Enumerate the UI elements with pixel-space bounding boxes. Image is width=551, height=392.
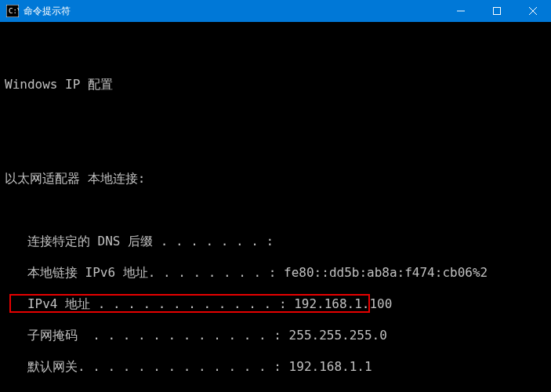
cmd-icon: C:\ <box>6 5 19 17</box>
window-titlebar: C:\ 命令提示符 <box>0 0 551 22</box>
svg-text:C:\: C:\ <box>9 7 19 15</box>
adapter-title: 以太网适配器 本地连接: <box>5 171 546 187</box>
minimize-button[interactable] <box>443 0 479 22</box>
svg-rect-4 <box>494 8 501 15</box>
ipconfig-header: Windows IP 配置 <box>5 77 546 93</box>
config-line-ipv4: IPv4 地址 . . . . . . . . . . . . : 192.16… <box>5 296 546 312</box>
close-button[interactable] <box>515 0 551 22</box>
config-line: 默认网关. . . . . . . . . . . . . : 192.168.… <box>5 359 546 375</box>
window-title: 命令提示符 <box>24 5 443 18</box>
config-line: 子网掩码 . . . . . . . . . . . . : 255.255.2… <box>5 328 546 343</box>
terminal-output[interactable]: Windows IP 配置 以太网适配器 本地连接: 连接特定的 DNS 后缀 … <box>0 22 551 392</box>
config-line: 连接特定的 DNS 后缀 . . . . . . . : <box>5 234 546 249</box>
config-line: 本地链接 IPv6 地址. . . . . . . . : fe80::dd5b… <box>5 265 546 281</box>
window-controls <box>443 0 551 22</box>
maximize-button[interactable] <box>479 0 515 22</box>
